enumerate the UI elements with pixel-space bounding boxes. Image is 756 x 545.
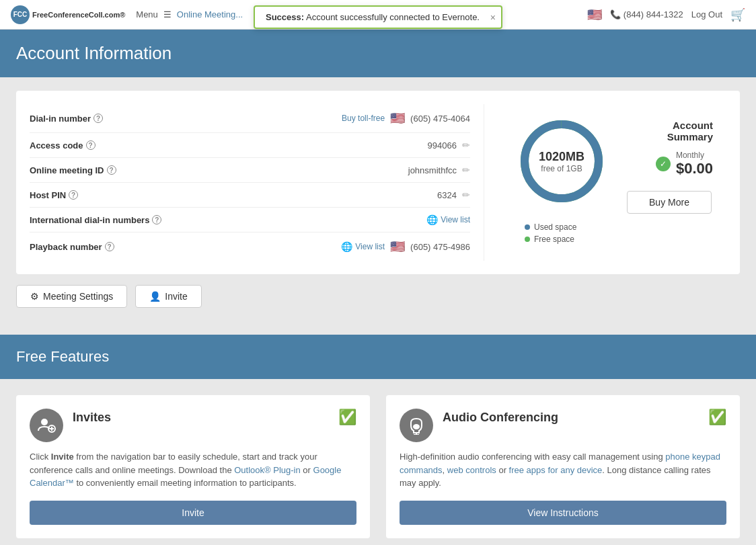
invite-person-icon: 👤 <box>149 291 161 302</box>
success-bold: Success: <box>266 12 304 22</box>
hamburger-icon[interactable]: ☰ <box>163 9 172 19</box>
dial-in-value: Buy toll-free 🇺🇸 (605) 475-4064 <box>178 111 470 126</box>
navbar: FCC FreeConferenceColl.com® Menu ☰ Onlin… <box>0 0 756 30</box>
us-flag-dial: 🇺🇸 <box>390 111 405 126</box>
invite-button[interactable]: 👤 Invite <box>135 285 201 308</box>
account-summary-title: Account Summary <box>626 120 713 142</box>
logo[interactable]: FCC FreeConferenceColl.com® <box>11 5 125 24</box>
buy-more-button[interactable]: Buy More <box>627 191 712 214</box>
success-close-button[interactable]: × <box>490 12 496 23</box>
dial-in-label: Dial-in number ? <box>30 114 178 124</box>
invites-check-icon: ✅ <box>338 409 356 426</box>
audio-desc: High-definition audio conferencing with … <box>400 450 726 490</box>
storage-value: 1020MB <box>539 150 584 164</box>
buy-tollfree-link[interactable]: Buy toll-free <box>342 114 385 123</box>
main-content: Dial-in number ? Buy toll-free 🇺🇸 (605) … <box>0 77 756 335</box>
intl-dialin-label: International dial-in numbers ? <box>30 215 178 225</box>
meeting-settings-label: Meeting Settings <box>43 291 113 302</box>
access-code-edit-icon[interactable]: ✏ <box>462 140 470 151</box>
navbar-menu: Menu ☰ Online Meeting... <box>136 9 243 19</box>
field-row-access-code: Access code ? 994066 ✏ <box>30 133 470 158</box>
storage-label: free of 1GB <box>539 164 584 173</box>
web-controls-link[interactable]: web controls <box>447 465 496 475</box>
used-space-legend: Used space <box>525 222 576 232</box>
card-divider <box>484 104 484 261</box>
host-pin-number: 6324 <box>437 190 457 200</box>
intl-dialin-help-icon[interactable]: ? <box>152 215 161 224</box>
success-message: Account successfully connected to Everno… <box>306 12 480 22</box>
invites-feature-card: Invites ✅ Click Invite from the navigati… <box>16 395 370 538</box>
flag-icon: 🇺🇸 <box>587 7 602 22</box>
access-code-help-icon[interactable]: ? <box>86 140 96 150</box>
monthly-price: $0.00 <box>676 160 713 177</box>
view-instructions-button[interactable]: View Instructions <box>400 501 726 525</box>
us-flag-playback: 🇺🇸 <box>390 239 405 254</box>
intl-dialin-view-link[interactable]: 🌐 View list <box>426 214 470 225</box>
invites-feature-top: Invites ✅ <box>30 409 356 442</box>
free-label: Free space <box>534 235 574 244</box>
invite-label: Invite <box>165 291 187 302</box>
menu-label[interactable]: Menu <box>136 9 158 19</box>
meeting-id-edit-icon[interactable]: ✏ <box>462 165 470 175</box>
online-meeting-link[interactable]: Online Meeting... <box>177 9 243 19</box>
account-card: Dial-in number ? Buy toll-free 🇺🇸 (605) … <box>16 91 740 274</box>
page-title: Account Information <box>16 43 740 64</box>
globe-icon: 🌐 <box>426 214 438 225</box>
access-code-number: 994066 <box>428 140 457 151</box>
audio-title: Audio Conferencing <box>443 411 558 425</box>
account-fields: Dial-in number ? Buy toll-free 🇺🇸 (605) … <box>30 104 470 261</box>
invites-button[interactable]: Invite <box>30 501 356 525</box>
access-code-value: 994066 ✏ <box>178 140 470 151</box>
logo-circle: FCC <box>11 5 30 24</box>
storage-legend: Used space Free space <box>525 222 576 244</box>
access-code-label: Access code ? <box>30 140 178 151</box>
logout-button[interactable]: Log Out <box>691 9 722 19</box>
host-pin-label: Host PIN ? <box>30 190 178 200</box>
field-row-meeting-id: Online meeting ID ? johnsmithfcc ✏ <box>30 158 470 183</box>
invites-desc: Click Invite from the navigation bar to … <box>30 450 356 490</box>
donut-center-text: 1020MB free of 1GB <box>539 150 584 173</box>
dial-in-help-icon[interactable]: ? <box>93 114 103 123</box>
used-label: Used space <box>534 222 576 232</box>
invites-title-row: Invites ✅ <box>73 409 356 426</box>
storage-donut: 1020MB free of 1GB <box>511 111 612 212</box>
audio-title-row: Audio Conferencing ✅ <box>443 409 726 426</box>
account-summary-monthly: ✓ Monthly $0.00 <box>626 151 713 177</box>
host-pin-help-icon[interactable]: ? <box>69 190 78 200</box>
logo-text: FreeConferenceColl.com® <box>32 11 125 19</box>
storage-summary: 1020MB free of 1GB Account Summary ✓ Mon… <box>498 104 726 261</box>
features-content: Invites ✅ Click Invite from the navigati… <box>0 379 756 545</box>
gear-icon: ⚙ <box>30 291 39 302</box>
meeting-settings-button[interactable]: ⚙ Meeting Settings <box>16 285 127 308</box>
playback-help-icon[interactable]: ? <box>105 242 114 251</box>
audio-icon <box>400 409 433 442</box>
free-features-header: Free Features <box>0 335 756 379</box>
playback-label: Playback number ? <box>30 242 178 252</box>
intl-dialin-value: 🌐 View list <box>178 214 470 225</box>
svg-rect-6 <box>413 424 420 429</box>
free-dot <box>525 237 530 242</box>
success-banner: Success: Account successfully connected … <box>254 5 502 29</box>
audio-check-icon: ✅ <box>708 409 726 426</box>
used-dot <box>525 224 530 230</box>
audio-feature-top: Audio Conferencing ✅ <box>400 409 726 442</box>
meeting-id-help-icon[interactable]: ? <box>107 165 116 175</box>
free-space-legend: Free space <box>525 235 576 244</box>
host-pin-edit-icon[interactable]: ✏ <box>462 190 470 200</box>
invites-icon <box>30 409 63 442</box>
outlook-plugin-link[interactable]: Outlook® Plug-in <box>234 465 300 475</box>
monthly-label: Monthly <box>676 151 713 160</box>
playback-view-link[interactable]: 🌐 View list <box>341 241 385 252</box>
audio-conferencing-feature-card: Audio Conferencing ✅ High-definition aud… <box>386 395 740 538</box>
field-row-playback: Playback number ? 🌐 View list 🇺🇸 (605) 4… <box>30 233 470 261</box>
invites-title: Invites <box>73 411 111 425</box>
summary-right: Account Summary ✓ Monthly $0.00 Buy More <box>626 120 713 214</box>
field-row-dial-in: Dial-in number ? Buy toll-free 🇺🇸 (605) … <box>30 104 470 133</box>
playback-number: (605) 475-4986 <box>410 242 470 252</box>
cart-icon[interactable]: 🛒 <box>730 7 745 22</box>
monthly-check-icon: ✓ <box>656 157 671 171</box>
navbar-right: 🇺🇸 📞 (844) 844-1322 Log Out 🛒 <box>587 7 745 22</box>
host-pin-value: 6324 ✏ <box>178 190 470 200</box>
meeting-id-text: johnsmithfcc <box>408 165 457 175</box>
free-apps-link[interactable]: free apps for any device <box>509 465 603 475</box>
